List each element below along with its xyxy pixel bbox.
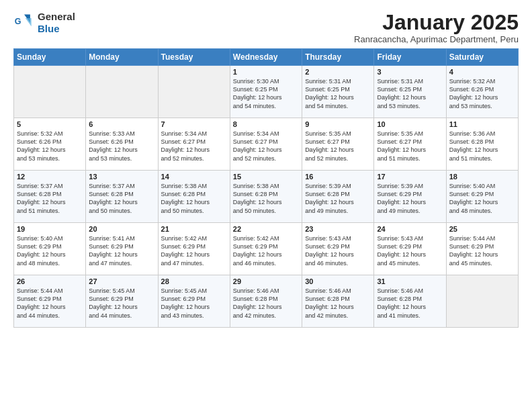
logo-icon: G xyxy=(13,12,35,34)
day-info: Sunrise: 5:36 AM Sunset: 6:28 PM Dayligh… xyxy=(449,130,515,163)
svg-text:G: G xyxy=(15,17,21,26)
day-info: Sunrise: 5:38 AM Sunset: 6:28 PM Dayligh… xyxy=(233,182,299,215)
col-friday: Friday xyxy=(374,49,446,66)
day-info: Sunrise: 5:35 AM Sunset: 6:27 PM Dayligh… xyxy=(305,130,371,163)
calendar-cell xyxy=(158,66,230,118)
day-number: 22 xyxy=(233,225,299,233)
header: G General Blue January 2025 Ranracancha,… xyxy=(13,11,519,44)
calendar-cell: 6Sunrise: 5:33 AM Sunset: 6:26 PM Daylig… xyxy=(86,118,158,171)
calendar-cell xyxy=(86,66,158,118)
day-number: 15 xyxy=(233,173,299,181)
day-info: Sunrise: 5:33 AM Sunset: 6:26 PM Dayligh… xyxy=(89,130,154,163)
day-number: 13 xyxy=(89,173,154,181)
calendar-cell xyxy=(14,66,86,118)
calendar-cell: 17Sunrise: 5:39 AM Sunset: 6:29 PM Dayli… xyxy=(374,171,446,223)
day-number: 25 xyxy=(449,225,515,233)
calendar-title: January 2025 xyxy=(354,11,519,34)
day-number: 3 xyxy=(377,68,443,76)
day-number: 1 xyxy=(233,68,299,76)
day-info: Sunrise: 5:41 AM Sunset: 6:29 PM Dayligh… xyxy=(89,234,154,267)
day-number: 23 xyxy=(305,225,371,233)
logo-text: General Blue xyxy=(38,11,75,35)
calendar-cell: 12Sunrise: 5:37 AM Sunset: 6:28 PM Dayli… xyxy=(14,171,86,223)
calendar-cell: 19Sunrise: 5:40 AM Sunset: 6:29 PM Dayli… xyxy=(14,223,86,275)
day-number: 27 xyxy=(89,277,154,285)
logo: G General Blue xyxy=(13,11,75,35)
calendar-cell: 5Sunrise: 5:32 AM Sunset: 6:26 PM Daylig… xyxy=(14,118,86,171)
calendar-cell: 10Sunrise: 5:35 AM Sunset: 6:27 PM Dayli… xyxy=(374,118,446,171)
day-info: Sunrise: 5:38 AM Sunset: 6:28 PM Dayligh… xyxy=(161,182,227,215)
calendar-cell: 28Sunrise: 5:45 AM Sunset: 6:29 PM Dayli… xyxy=(158,275,230,328)
day-info: Sunrise: 5:46 AM Sunset: 6:28 PM Dayligh… xyxy=(377,287,443,320)
calendar-cell: 16Sunrise: 5:39 AM Sunset: 6:28 PM Dayli… xyxy=(302,171,374,223)
day-info: Sunrise: 5:39 AM Sunset: 6:28 PM Dayligh… xyxy=(305,182,371,215)
week-row-4: 26Sunrise: 5:44 AM Sunset: 6:29 PM Dayli… xyxy=(14,275,519,328)
day-info: Sunrise: 5:42 AM Sunset: 6:29 PM Dayligh… xyxy=(161,234,227,267)
calendar-cell: 2Sunrise: 5:31 AM Sunset: 6:25 PM Daylig… xyxy=(302,66,374,118)
day-number: 12 xyxy=(17,173,83,181)
col-thursday: Thursday xyxy=(302,49,374,66)
day-number: 2 xyxy=(305,68,371,76)
day-number: 16 xyxy=(305,173,371,181)
calendar-header: Sunday Monday Tuesday Wednesday Thursday… xyxy=(14,49,519,66)
calendar-cell: 30Sunrise: 5:46 AM Sunset: 6:28 PM Dayli… xyxy=(302,275,374,328)
day-number: 7 xyxy=(161,120,227,128)
day-number: 4 xyxy=(449,68,515,76)
day-number: 17 xyxy=(377,173,443,181)
day-number: 19 xyxy=(17,225,83,233)
day-info: Sunrise: 5:43 AM Sunset: 6:29 PM Dayligh… xyxy=(377,234,443,267)
calendar-subtitle: Ranracancha, Apurimac Department, Peru xyxy=(354,34,519,44)
day-info: Sunrise: 5:44 AM Sunset: 6:29 PM Dayligh… xyxy=(449,234,515,267)
week-row-3: 19Sunrise: 5:40 AM Sunset: 6:29 PM Dayli… xyxy=(14,223,519,275)
day-info: Sunrise: 5:43 AM Sunset: 6:29 PM Dayligh… xyxy=(305,234,371,267)
calendar-cell: 15Sunrise: 5:38 AM Sunset: 6:28 PM Dayli… xyxy=(230,171,302,223)
day-info: Sunrise: 5:37 AM Sunset: 6:28 PM Dayligh… xyxy=(89,182,154,215)
calendar-cell: 4Sunrise: 5:32 AM Sunset: 6:26 PM Daylig… xyxy=(446,66,518,118)
calendar-cell: 11Sunrise: 5:36 AM Sunset: 6:28 PM Dayli… xyxy=(446,118,518,171)
week-row-2: 12Sunrise: 5:37 AM Sunset: 6:28 PM Dayli… xyxy=(14,171,519,223)
day-info: Sunrise: 5:44 AM Sunset: 6:29 PM Dayligh… xyxy=(17,287,83,320)
day-number: 18 xyxy=(449,173,515,181)
calendar-cell: 29Sunrise: 5:46 AM Sunset: 6:28 PM Dayli… xyxy=(230,275,302,328)
col-wednesday: Wednesday xyxy=(230,49,302,66)
calendar-table: Sunday Monday Tuesday Wednesday Thursday… xyxy=(13,48,519,328)
day-number: 28 xyxy=(161,277,227,285)
calendar-cell: 7Sunrise: 5:34 AM Sunset: 6:27 PM Daylig… xyxy=(158,118,230,171)
calendar-cell: 1Sunrise: 5:30 AM Sunset: 6:25 PM Daylig… xyxy=(230,66,302,118)
col-saturday: Saturday xyxy=(446,49,518,66)
day-number: 6 xyxy=(89,120,154,128)
day-info: Sunrise: 5:35 AM Sunset: 6:27 PM Dayligh… xyxy=(377,130,443,163)
calendar-cell: 24Sunrise: 5:43 AM Sunset: 6:29 PM Dayli… xyxy=(374,223,446,275)
page: G General Blue January 2025 Ranracancha,… xyxy=(0,0,532,411)
calendar-cell: 23Sunrise: 5:43 AM Sunset: 6:29 PM Dayli… xyxy=(302,223,374,275)
header-row: Sunday Monday Tuesday Wednesday Thursday… xyxy=(14,49,519,66)
day-info: Sunrise: 5:40 AM Sunset: 6:29 PM Dayligh… xyxy=(17,234,83,267)
calendar-cell: 9Sunrise: 5:35 AM Sunset: 6:27 PM Daylig… xyxy=(302,118,374,171)
day-info: Sunrise: 5:31 AM Sunset: 6:25 PM Dayligh… xyxy=(377,77,443,110)
calendar-cell: 26Sunrise: 5:44 AM Sunset: 6:29 PM Dayli… xyxy=(14,275,86,328)
day-info: Sunrise: 5:32 AM Sunset: 6:26 PM Dayligh… xyxy=(17,130,83,163)
day-info: Sunrise: 5:30 AM Sunset: 6:25 PM Dayligh… xyxy=(233,77,299,110)
col-monday: Monday xyxy=(86,49,158,66)
day-number: 5 xyxy=(17,120,83,128)
day-number: 24 xyxy=(377,225,443,233)
day-info: Sunrise: 5:32 AM Sunset: 6:26 PM Dayligh… xyxy=(449,77,515,110)
day-info: Sunrise: 5:34 AM Sunset: 6:27 PM Dayligh… xyxy=(161,130,227,163)
day-number: 9 xyxy=(305,120,371,128)
day-number: 30 xyxy=(305,277,371,285)
col-sunday: Sunday xyxy=(14,49,86,66)
calendar-body: 1Sunrise: 5:30 AM Sunset: 6:25 PM Daylig… xyxy=(14,66,519,328)
col-tuesday: Tuesday xyxy=(158,49,230,66)
svg-marker-3 xyxy=(26,18,32,26)
calendar-cell xyxy=(446,275,518,328)
day-info: Sunrise: 5:39 AM Sunset: 6:29 PM Dayligh… xyxy=(377,182,443,215)
week-row-0: 1Sunrise: 5:30 AM Sunset: 6:25 PM Daylig… xyxy=(14,66,519,118)
day-number: 11 xyxy=(449,120,515,128)
calendar-cell: 21Sunrise: 5:42 AM Sunset: 6:29 PM Dayli… xyxy=(158,223,230,275)
calendar-cell: 18Sunrise: 5:40 AM Sunset: 6:29 PM Dayli… xyxy=(446,171,518,223)
day-info: Sunrise: 5:46 AM Sunset: 6:28 PM Dayligh… xyxy=(305,287,371,320)
day-number: 20 xyxy=(89,225,154,233)
day-number: 29 xyxy=(233,277,299,285)
calendar-cell: 20Sunrise: 5:41 AM Sunset: 6:29 PM Dayli… xyxy=(86,223,158,275)
day-number: 8 xyxy=(233,120,299,128)
